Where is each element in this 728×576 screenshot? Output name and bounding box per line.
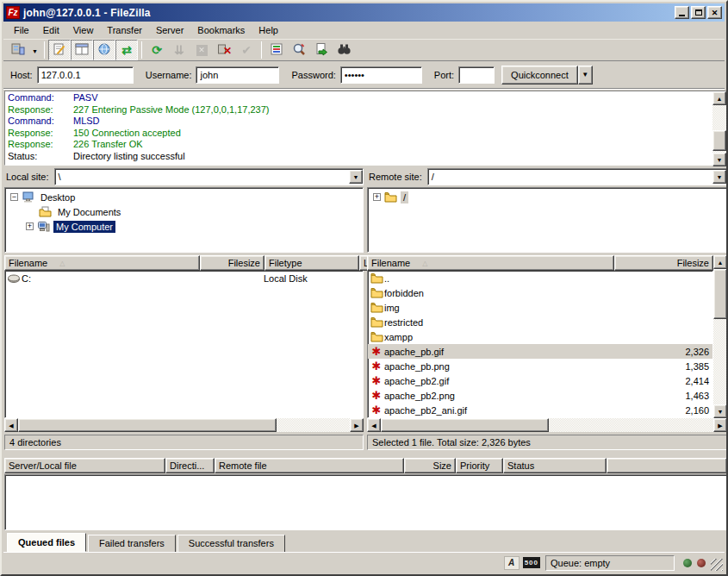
log-vertical-scrollbar[interactable]: ▲ ▼: [712, 91, 726, 166]
speed-limit-icon[interactable]: 500: [523, 557, 540, 568]
local-scroll-thumb[interactable]: [18, 418, 277, 432]
scroll-left-icon[interactable]: ◀: [4, 418, 18, 432]
remote-file-row[interactable]: ..: [368, 271, 712, 285]
queue-column-directi-[interactable]: Directi...: [165, 458, 215, 473]
tab-failed-transfers[interactable]: Failed transfers: [88, 535, 176, 553]
cancel-operation-button[interactable]: ✕: [190, 40, 213, 60]
site-manager-dropdown-button[interactable]: ▼: [29, 40, 40, 60]
chevron-down-icon[interactable]: ▼: [712, 170, 726, 184]
remote-file-row[interactable]: xampp: [368, 329, 712, 344]
remote-file-row[interactable]: ✱apache_pb2.png1,463: [368, 388, 712, 403]
log-scroll-thumb[interactable]: [712, 130, 726, 151]
quickconnect-dropdown-button[interactable]: ▼: [578, 66, 593, 85]
remote-file-row[interactable]: ✱apache_pb.png1,385: [368, 359, 712, 373]
remote-file-row[interactable]: restricted: [368, 315, 712, 329]
tree-item-my-documents[interactable]: My Documents: [5, 204, 363, 219]
username-input[interactable]: [196, 66, 279, 84]
password-input[interactable]: [340, 66, 422, 84]
local-site-combobox[interactable]: \ ▼: [54, 168, 364, 185]
toggle-transfer-queue-button[interactable]: ⇄: [115, 40, 138, 60]
resize-grip[interactable]: [711, 559, 723, 571]
reconnect-button[interactable]: ✔: [235, 40, 258, 60]
log-line-text: 226 Transfer OK: [73, 139, 143, 149]
maximize-button[interactable]: [691, 6, 706, 19]
site-manager-button[interactable]: [7, 40, 29, 60]
column-header-label: Filetype: [269, 258, 302, 268]
log-line-text: PASV: [73, 92, 98, 103]
remote-scroll-thumb[interactable]: [713, 269, 727, 319]
menu-item-help[interactable]: Help: [252, 23, 285, 37]
remote-site-value: /: [428, 172, 712, 182]
tree-item-desktop[interactable]: −Desktop: [5, 190, 363, 204]
remote-file-list[interactable]: ..forbiddenimgrestrictedxampp✱apache_pb.…: [367, 271, 713, 418]
expand-icon[interactable]: +: [373, 193, 381, 201]
remote-horizontal-scrollbar[interactable]: ◀ ▶: [367, 418, 727, 432]
column-header-label: Status: [507, 460, 534, 471]
toggle-message-log-button[interactable]: [48, 40, 71, 60]
directory-comparison-button[interactable]: [265, 40, 288, 60]
column-header-filename[interactable]: Filename△: [4, 255, 200, 271]
port-label: Port:: [434, 70, 454, 80]
minimize-button[interactable]: [675, 6, 689, 19]
computer-icon: [37, 221, 50, 232]
local-horizontal-scrollbar[interactable]: ◀ ▶: [4, 418, 364, 432]
menu-item-transfer[interactable]: Transfer: [100, 23, 149, 37]
scroll-right-icon[interactable]: ▶: [350, 418, 364, 432]
scroll-down-icon[interactable]: ▼: [713, 404, 727, 418]
queue-column-remote-file[interactable]: Remote file: [215, 458, 404, 473]
remote-site-combobox[interactable]: / ▼: [427, 168, 727, 185]
menu-item-bookmarks[interactable]: Bookmarks: [190, 23, 252, 37]
tree-item-my-computer[interactable]: +My Computer: [5, 219, 363, 234]
scroll-up-icon[interactable]: ▲: [712, 91, 726, 105]
close-button[interactable]: ✕: [707, 6, 722, 19]
scroll-up-icon[interactable]: ▲: [713, 255, 727, 269]
local-file-list[interactable]: C:Local Disk: [4, 271, 364, 418]
tab-queued-files[interactable]: Queued files: [7, 533, 86, 552]
menu-item-file[interactable]: File: [7, 23, 36, 37]
remote-file-row[interactable]: ✱apache_pb.gif2,326: [368, 344, 712, 359]
local-file-row[interactable]: C:Local Disk: [5, 271, 363, 285]
menu-item-edit[interactable]: Edit: [36, 23, 66, 37]
column-header-filename[interactable]: Filename△: [367, 255, 614, 271]
menu-item-view[interactable]: View: [66, 23, 101, 37]
refresh-button[interactable]: ⟳: [146, 40, 168, 60]
toggle-local-tree-button[interactable]: [71, 40, 93, 60]
scroll-down-icon[interactable]: ▼: [712, 153, 726, 166]
menu-item-server[interactable]: Server: [149, 23, 190, 37]
synchronized-browsing-button[interactable]: [288, 40, 310, 60]
port-input[interactable]: [458, 66, 495, 84]
process-queue-button[interactable]: ⇊: [168, 40, 190, 60]
disconnect-button[interactable]: ✕: [213, 40, 235, 60]
chevron-down-icon[interactable]: ▼: [349, 170, 363, 184]
find-files-button[interactable]: [333, 40, 355, 60]
collapse-icon[interactable]: −: [10, 193, 18, 201]
queue-column-priority[interactable]: Priority: [456, 458, 503, 473]
remote-file-row[interactable]: ✱apache_pb2_ani.gif2,160: [368, 403, 712, 417]
column-header-filetype[interactable]: Filetype: [264, 255, 359, 271]
file-name: forbidden: [384, 288, 631, 298]
queue-body[interactable]: [4, 474, 727, 530]
queue-column-size[interactable]: Size: [404, 458, 456, 473]
remote-file-row[interactable]: ✱apache_pb2.gif2,414: [368, 373, 712, 388]
queue-column-server-local-file[interactable]: Server/Local file: [4, 458, 165, 473]
scroll-right-icon[interactable]: ▶: [713, 418, 727, 432]
expand-icon[interactable]: +: [26, 222, 34, 230]
tree-item--[interactable]: +/: [368, 190, 726, 204]
column-header-filesize[interactable]: Filesize: [614, 255, 713, 271]
tab-successful-transfers[interactable]: Successful transfers: [177, 535, 285, 553]
host-input[interactable]: [37, 66, 134, 84]
local-directory-tree[interactable]: −DesktopMy Documents+My Computer: [4, 187, 364, 253]
remote-file-row[interactable]: img: [368, 300, 712, 315]
scroll-left-icon[interactable]: ◀: [367, 418, 381, 432]
remote-scroll-thumb-h[interactable]: [381, 418, 549, 432]
queue-column-status[interactable]: Status: [503, 458, 607, 473]
column-header-filesize[interactable]: Filesize: [200, 255, 264, 271]
remote-vertical-scrollbar[interactable]: ▲ ▼: [713, 255, 727, 418]
toggle-remote-tree-button[interactable]: [93, 40, 115, 60]
directory-listing-filter-button[interactable]: [310, 40, 333, 60]
site-manager-icon: [10, 42, 26, 58]
remote-file-row[interactable]: forbidden: [368, 285, 712, 300]
quickconnect-button[interactable]: Quickconnect: [501, 66, 578, 85]
remote-directory-tree[interactable]: +/: [367, 187, 727, 253]
data-type-icon[interactable]: A: [504, 556, 520, 570]
